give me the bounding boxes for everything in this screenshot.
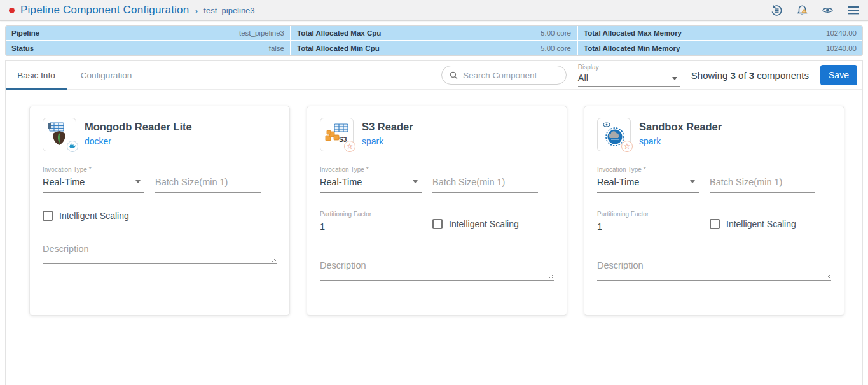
min-cpu-label: Total Allocated Min Cpu bbox=[297, 45, 380, 52]
partitioning-factor-label: Partitioning Factor bbox=[320, 211, 422, 218]
breadcrumb-chevron-icon: › bbox=[195, 5, 198, 16]
component-title: Sandbox Reader bbox=[639, 121, 722, 133]
invocation-type-select[interactable]: Real-Time bbox=[597, 176, 699, 193]
description-field bbox=[597, 260, 831, 281]
showing-count: 3 bbox=[731, 70, 736, 81]
component-engine-link[interactable]: spark bbox=[639, 136, 722, 146]
card-title-block: Sandbox Reader spark bbox=[639, 118, 722, 146]
intelligent-scaling-label: Intelligent Scaling bbox=[59, 211, 129, 221]
intelligent-scaling-label: Intelligent Scaling bbox=[449, 219, 519, 229]
max-cpu-value: 5.00 core bbox=[541, 29, 571, 37]
spark-star-icon: ☆ bbox=[344, 141, 355, 152]
component-card-s3-reader: S3 ☆ S3 Reader spark Invocation Type * R… bbox=[307, 106, 567, 316]
intelligent-scaling-checkbox[interactable] bbox=[710, 219, 720, 229]
chevron-down-icon bbox=[135, 180, 141, 183]
intelligent-scaling-checkbox[interactable] bbox=[432, 219, 443, 229]
partitioning-factor-input[interactable] bbox=[320, 221, 422, 237]
max-cpu-label: Total Allocated Max Cpu bbox=[297, 29, 381, 37]
chevron-down-icon bbox=[672, 77, 677, 80]
eye-icon[interactable] bbox=[822, 4, 834, 17]
page-title: Pipeline Component Configuration bbox=[20, 4, 189, 17]
status-value: false bbox=[269, 45, 284, 52]
history-icon[interactable] bbox=[771, 4, 783, 17]
invocation-type-value: Real-Time bbox=[320, 177, 362, 187]
batch-size-input[interactable] bbox=[432, 176, 538, 193]
invocation-type-select[interactable]: Real-Time bbox=[43, 176, 144, 193]
summary-row-max-memory: Total Allocated Max Memory 10240.00 bbox=[578, 26, 862, 40]
summary-row-min-cpu: Total Allocated Min Cpu 5.00 core bbox=[291, 41, 577, 55]
card-title-block: S3 Reader spark bbox=[362, 118, 413, 146]
search-component-box[interactable] bbox=[441, 66, 567, 85]
display-filter-value: All bbox=[578, 73, 680, 83]
save-button[interactable]: Save bbox=[820, 65, 857, 85]
intelligent-scaling-option[interactable]: Intelligent Scaling bbox=[432, 219, 519, 229]
partitioning-factor-input[interactable] bbox=[597, 221, 699, 237]
showing-count-text: Showing 3 of 3 components bbox=[691, 70, 809, 81]
min-cpu-value: 5.00 core bbox=[541, 45, 571, 52]
component-engine-link[interactable]: docker bbox=[85, 136, 192, 146]
display-filter-label: Display bbox=[578, 64, 680, 71]
description-textarea[interactable] bbox=[320, 260, 554, 281]
invocation-type-label: Invocation Type * bbox=[43, 166, 144, 173]
search-icon bbox=[450, 71, 458, 80]
field-row-1: Invocation Type * Real-Time bbox=[320, 166, 554, 193]
intelligent-scaling-option[interactable]: Intelligent Scaling bbox=[710, 219, 796, 229]
invocation-type-label: Invocation Type * bbox=[320, 166, 422, 173]
search-component-input[interactable] bbox=[463, 71, 558, 80]
partitioning-factor-field: Partitioning Factor bbox=[597, 211, 699, 237]
tabs-toolbar: Basic Info Configuration Display All Sho… bbox=[6, 61, 862, 90]
min-memory-label: Total Allocated Min Memory bbox=[584, 45, 680, 52]
tab-configuration-label: Configuration bbox=[81, 71, 132, 80]
status-dot-icon bbox=[9, 8, 15, 13]
field-row-2: Partitioning Factor Intelligent Scaling bbox=[320, 211, 554, 237]
field-row-1: Invocation Type * Real-Time bbox=[597, 166, 831, 193]
s3-spark-icon: S3 ☆ bbox=[320, 118, 354, 151]
sandbox-spark-icon: ☆ bbox=[597, 118, 631, 151]
component-engine-link[interactable]: spark bbox=[362, 136, 413, 146]
max-memory-value: 10240.00 bbox=[826, 29, 857, 37]
field-row-2: Intelligent Scaling bbox=[43, 211, 277, 221]
chevron-down-icon bbox=[690, 180, 695, 183]
description-textarea[interactable] bbox=[43, 244, 277, 264]
component-title: Mongodb Reader Lite bbox=[85, 121, 192, 133]
notifications-alert-icon[interactable] bbox=[796, 4, 808, 17]
showing-total: 3 bbox=[749, 70, 754, 81]
component-title: S3 Reader bbox=[362, 121, 413, 133]
pipeline-summary-table: Pipeline test_pipeline3 Total Allocated … bbox=[5, 25, 863, 56]
min-memory-value: 10240.00 bbox=[826, 45, 857, 52]
max-memory-label: Total Allocated Max Memory bbox=[584, 29, 682, 37]
batch-size-field bbox=[155, 176, 261, 193]
tab-basic-info-label: Basic Info bbox=[17, 71, 55, 80]
invocation-type-field: Invocation Type * Real-Time bbox=[597, 166, 699, 193]
invocation-type-value: Real-Time bbox=[597, 177, 639, 187]
batch-size-input[interactable] bbox=[155, 176, 261, 193]
docker-whale-icon bbox=[67, 141, 78, 152]
partitioning-factor-field: Partitioning Factor bbox=[320, 211, 422, 237]
description-field bbox=[320, 260, 554, 281]
summary-row-min-memory: Total Allocated Min Memory 10240.00 bbox=[578, 41, 862, 55]
invocation-type-select[interactable]: Real-Time bbox=[320, 176, 422, 193]
batch-size-input[interactable] bbox=[710, 176, 815, 193]
description-textarea[interactable] bbox=[597, 260, 831, 281]
display-filter-select[interactable]: Display All bbox=[578, 64, 680, 87]
card-header: Mongodb Reader Lite docker bbox=[43, 118, 277, 151]
description-field bbox=[43, 244, 277, 264]
invocation-type-value: Real-Time bbox=[43, 177, 85, 187]
card-header: ☆ Sandbox Reader spark bbox=[597, 118, 831, 151]
component-cards-row: Mongodb Reader Lite docker Invocation Ty… bbox=[6, 90, 862, 316]
tab-configuration[interactable]: Configuration bbox=[67, 61, 146, 90]
component-card-sandbox-reader: ☆ Sandbox Reader spark Invocation Type *… bbox=[584, 106, 844, 316]
field-row-2: Partitioning Factor Intelligent Scaling bbox=[597, 211, 831, 237]
breadcrumb-pipeline-name[interactable]: test_pipeline3 bbox=[203, 6, 254, 15]
intelligent-scaling-label: Intelligent Scaling bbox=[726, 219, 796, 229]
invocation-type-label: Invocation Type * bbox=[597, 166, 699, 173]
card-title-block: Mongodb Reader Lite docker bbox=[85, 118, 192, 146]
tab-basic-info[interactable]: Basic Info bbox=[6, 61, 67, 90]
invocation-type-field: Invocation Type * Real-Time bbox=[320, 166, 422, 193]
intelligent-scaling-option[interactable]: Intelligent Scaling bbox=[43, 211, 129, 221]
menu-list-icon[interactable] bbox=[847, 4, 859, 17]
pipeline-label: Pipeline bbox=[11, 29, 39, 37]
invocation-type-field: Invocation Type * Real-Time bbox=[43, 166, 144, 193]
intelligent-scaling-checkbox[interactable] bbox=[43, 211, 53, 221]
partitioning-factor-label: Partitioning Factor bbox=[597, 211, 699, 218]
